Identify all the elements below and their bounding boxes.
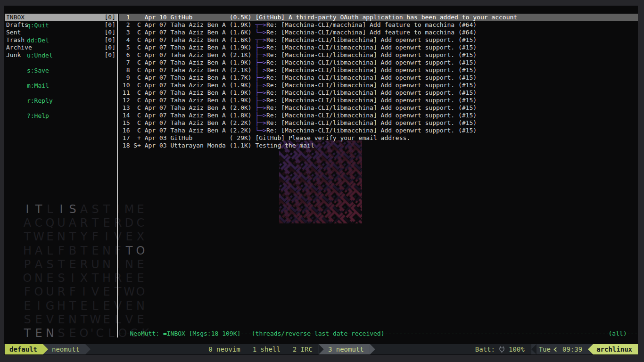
mail-flags: + [133,134,141,142]
mail-row[interactable]: 10 C Apr 07 Taha Aziz Ben A (1.9K) ├─> R… [119,82,638,89]
tmux-window[interactable]: 3 neomutt [319,344,370,354]
sidebar-mailbox[interactable]: INBOX [0] [5,14,118,21]
mail-flags: C [133,44,141,51]
mail-flags: C [133,89,141,97]
mail-size: (1.9K) [230,89,252,97]
word-clock-letter: C [94,327,106,340]
mail-row[interactable]: 4 C Apr 07 Taha Aziz Ben A (1.6K) ┬─> Re… [119,36,638,44]
mail-sender: Taha Aziz Ben A [170,119,225,127]
sidebar-mailbox[interactable]: Archive [0] [5,44,118,51]
mail-subject: Re: [Macchina-CLI/libmacchina] Add openw… [266,97,477,104]
mail-row[interactable]: 11 C Apr 07 Taha Aziz Ben A (1.9K) ├─> R… [119,89,638,97]
powerline-arrow-icon [370,344,375,354]
word-clock-letter: N [56,230,67,243]
thread-tree-glyph: ├─> [255,51,266,59]
mail-row[interactable]: 15 C Apr 07 Taha Aziz Ben A (2.2K) ├─> R… [119,119,638,127]
mail-row[interactable]: 8 C Apr 07 Taha Aziz Ben A (2.1K) ├─> Re… [119,66,638,74]
mail-subject: Re: [Macchina-CLI/macchina] Add feature … [266,21,477,29]
mail-flags: C [133,29,141,36]
word-clock-letter: R [78,258,90,271]
mail-row[interactable]: 16 C Apr 07 Taha Aziz Ben A (2.2K) └─> R… [119,127,638,134]
mail-flags: C [133,59,141,66]
word-clock-letter: U [90,258,101,271]
mail-number: 1 [123,14,130,21]
word-clock-letter: E [101,299,112,313]
mail-sender: Taha Aziz Ben A [170,21,225,29]
word-clock-letter: N [67,313,78,326]
wallpaper-word-clock: ITLISASTIMEACQUARTERDCTWENTYFIVEXHALFBTE… [22,202,151,340]
word-clock-letter: C [33,216,44,230]
sidebar-mailbox[interactable]: Junk [0] [5,51,118,59]
thread-tree-glyph: ├─> [255,74,266,82]
mail-size: (2.2K) [230,119,252,127]
mail-row[interactable]: 13 C Apr 07 Taha Aziz Ben A (2.0K) ├─> R… [119,104,638,112]
mail-date: Apr 07 [145,29,167,36]
mail-row[interactable]: 17 + Apr 03 GitHub ( 29K) [GitHub] Pleas… [119,134,638,142]
mail-row[interactable]: 5 C Apr 07 Taha Aziz Ben A (1.9K) ├─> Re… [119,44,638,51]
mail-size: (1.9K) [230,97,252,104]
thread-tree-glyph: ├─> [255,112,266,119]
clock-segment: Tue 09:39 [531,344,593,354]
word-clock-letter: I [101,230,112,243]
mailbox-count: [0] [105,14,116,21]
mail-subject: Re: [Macchina-CLI/libmacchina] Add openw… [266,74,477,82]
mail-row[interactable]: 7 C Apr 07 Taha Aziz Ben A (1.9K) ├─> Re… [119,59,638,66]
word-clock-letter: M [124,203,135,216]
word-clock-letter: L [44,244,56,257]
mail-row[interactable]: 6 C Apr 07 Taha Aziz Ben A (2.1K) ├─> Re… [119,51,638,59]
sidebar-mailbox[interactable]: Trash [0] [5,36,118,44]
mail-number: 12 [123,97,130,104]
mail-subject: Testing the mail [255,142,314,149]
thread-tree-glyph: ├─> [255,66,266,74]
mail-number: 3 [123,29,130,36]
tmux-window[interactable]: 2 IRC [287,344,319,354]
mail-date: Apr 07 [145,112,167,119]
mail-sender: Taha Aziz Ben A [170,112,225,119]
word-clock-letter: A [78,203,90,216]
mail-flags: C [133,66,141,74]
word-clock-letter: O [135,285,146,298]
word-clock-letter: W [124,285,135,298]
mail-size: (1.9K) [230,21,252,29]
mail-subject: Re: [Macchina-CLI/libmacchina] Add openw… [266,82,477,89]
mail-number: 9 [123,74,130,82]
word-clock-letter: N [44,327,56,340]
mail-row[interactable]: 2 C Apr 07 Taha Aziz Ben A (1.9K) ┬─> Re… [119,21,638,29]
word-clock-letter: U [44,285,56,298]
mail-row[interactable]: 12 C Apr 07 Taha Aziz Ben A (1.9K) ├─> R… [119,97,638,104]
tmux-session-segment[interactable]: default [5,344,43,354]
powerline-arrow-icon [319,344,324,354]
mailbox-name: Sent [6,29,21,36]
tmux-window[interactable]: 1 shell [247,344,287,354]
mail-date: Apr 07 [145,97,167,104]
mail-size: (2.1K) [230,51,252,59]
thread-tree-glyph: ┬─> [255,21,266,29]
mail-flags: C [133,119,141,127]
sidebar-mailbox[interactable]: Drafts [0] [5,21,118,29]
word-clock-letter: E [101,216,112,230]
word-clock-letter: E [135,272,146,285]
mail-flags: C [133,74,141,82]
word-clock-letter: N [101,258,112,271]
mail-row[interactable]: 14 C Apr 07 Taha Aziz Ben A (1.8K) ├─> R… [119,112,638,119]
mail-row[interactable]: 1 Apr 10 GitHub (0.5K) [GitHub] A third-… [119,14,638,21]
mail-sender: Taha Aziz Ben A [170,127,225,134]
mail-row[interactable]: 9 C Apr 07 Taha Aziz Ben A (1.7K) ├─> Re… [119,74,638,82]
mail-flags: S+ [133,142,141,149]
tmux-window-list: 0 neovim 1 shell 2 IRC 3 neomutt [202,344,375,354]
word-clock-letter: I [112,203,124,216]
mailbox-count: [0] [105,36,116,44]
mailbox-count: [0] [105,51,116,59]
hostname-segment: archlinux [593,344,638,354]
word-clock-letter: E [101,285,112,298]
word-clock-letter: T [33,203,44,216]
mail-date: Apr 07 [145,89,167,97]
mail-row[interactable]: 18 S+ Apr 03 Uttarayan Monda (1.1K) Test… [119,142,638,149]
mail-date: Apr 03 [145,134,167,142]
sidebar-mailbox[interactable]: Sent [0] [5,29,118,36]
word-clock-letter: F [56,244,67,257]
tmux-window[interactable]: 0 neovim [202,344,246,354]
mail-row[interactable]: 3 C Apr 07 Taha Aziz Ben A (1.6K) └─> Re… [119,29,638,36]
word-clock-letter: E [78,299,90,313]
word-clock-letter: I [22,203,33,216]
